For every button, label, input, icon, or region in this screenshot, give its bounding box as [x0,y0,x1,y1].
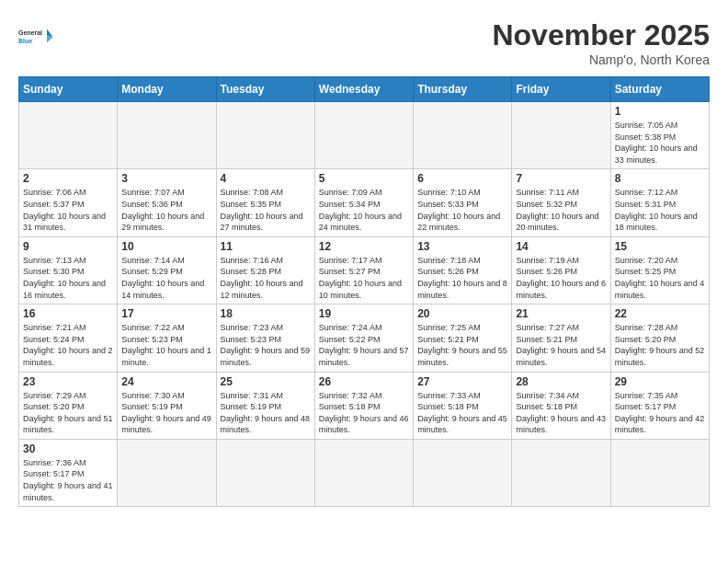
week-row-3: 9 Sunrise: 7:13 AM Sunset: 5:30 PM Dayli… [19,236,710,304]
day-6: 6 Sunrise: 7:10 AM Sunset: 5:33 PM Dayli… [414,169,512,236]
day-18: 18 Sunrise: 7:23 AM Sunset: 5:23 PM Dayl… [216,304,314,372]
logo-icon: GeneralBlue [18,18,55,55]
day-2: 2 Sunrise: 7:06 AM Sunset: 5:37 PM Dayli… [19,169,118,236]
weekday-header-row: Sunday Monday Tuesday Wednesday Thursday… [19,77,710,102]
day-21: 21 Sunrise: 7:27 AM Sunset: 5:21 PM Dayl… [512,304,610,372]
week-row-6: 30 Sunrise: 7:36 AM Sunset: 5:17 PM Dayl… [19,439,710,506]
day-25: 25 Sunrise: 7:31 AM Sunset: 5:19 PM Dayl… [216,372,314,439]
day-24: 24 Sunrise: 7:30 AM Sunset: 5:19 PM Dayl… [118,372,216,439]
week-row-5: 23 Sunrise: 7:29 AM Sunset: 5:20 PM Dayl… [19,372,710,439]
header-sunday: Sunday [19,77,118,102]
header-saturday: Saturday [610,77,709,102]
day-26: 26 Sunrise: 7:32 AM Sunset: 5:18 PM Dayl… [314,372,413,439]
day-19: 19 Sunrise: 7:24 AM Sunset: 5:22 PM Dayl… [314,304,413,372]
empty-cell [414,439,512,506]
location: Namp'o, North Korea [492,52,710,67]
day-10: 10 Sunrise: 7:14 AM Sunset: 5:29 PM Dayl… [118,236,216,304]
day-4: 4 Sunrise: 7:08 AM Sunset: 5:35 PM Dayli… [216,169,314,236]
day-27: 27 Sunrise: 7:33 AM Sunset: 5:18 PM Dayl… [414,372,512,439]
svg-marker-2 [47,29,53,38]
header-friday: Friday [512,77,610,102]
week-row-2: 2 Sunrise: 7:06 AM Sunset: 5:37 PM Dayli… [19,169,710,236]
header-tuesday: Tuesday [216,77,314,102]
empty-cell [19,102,118,169]
day-8: 8 Sunrise: 7:12 AM Sunset: 5:31 PM Dayli… [610,169,709,236]
empty-cell [314,102,413,169]
empty-cell [512,439,610,506]
day-15: 15 Sunrise: 7:20 AM Sunset: 5:25 PM Dayl… [610,236,709,304]
day-11: 11 Sunrise: 7:16 AM Sunset: 5:28 PM Dayl… [216,236,314,304]
empty-cell [216,102,314,169]
empty-cell [118,102,216,169]
day-7: 7 Sunrise: 7:11 AM Sunset: 5:32 PM Dayli… [512,169,610,236]
svg-text:General: General [18,29,42,36]
day-28: 28 Sunrise: 7:34 AM Sunset: 5:18 PM Dayl… [512,372,610,439]
header-thursday: Thursday [414,77,512,102]
day-14: 14 Sunrise: 7:19 AM Sunset: 5:26 PM Dayl… [512,236,610,304]
header-wednesday: Wednesday [314,77,413,102]
day-1: 1 Sunrise: 7:05 AM Sunset: 5:38 PM Dayli… [610,102,709,169]
empty-cell [610,439,709,506]
day-20: 20 Sunrise: 7:25 AM Sunset: 5:21 PM Dayl… [414,304,512,372]
empty-cell [414,102,512,169]
day-3: 3 Sunrise: 7:07 AM Sunset: 5:36 PM Dayli… [118,169,216,236]
empty-cell [512,102,610,169]
empty-cell [216,439,314,506]
day-22: 22 Sunrise: 7:28 AM Sunset: 5:20 PM Dayl… [610,304,709,372]
day-5: 5 Sunrise: 7:09 AM Sunset: 5:34 PM Dayli… [314,169,413,236]
day-23: 23 Sunrise: 7:29 AM Sunset: 5:20 PM Dayl… [19,372,118,439]
page-header: GeneralBlue November 2025 Namp'o, North … [18,18,710,67]
month-title: November 2025 [492,18,710,52]
calendar-table: Sunday Monday Tuesday Wednesday Thursday… [18,76,710,507]
week-row-4: 16 Sunrise: 7:21 AM Sunset: 5:24 PM Dayl… [19,304,710,372]
day-9: 9 Sunrise: 7:13 AM Sunset: 5:30 PM Dayli… [19,236,118,304]
day-17: 17 Sunrise: 7:22 AM Sunset: 5:23 PM Dayl… [118,304,216,372]
svg-text:Blue: Blue [18,38,32,44]
empty-cell [314,439,413,506]
day-30: 30 Sunrise: 7:36 AM Sunset: 5:17 PM Dayl… [19,439,118,506]
day-13: 13 Sunrise: 7:18 AM Sunset: 5:26 PM Dayl… [414,236,512,304]
title-block: November 2025 Namp'o, North Korea [492,18,710,67]
day-12: 12 Sunrise: 7:17 AM Sunset: 5:27 PM Dayl… [314,236,413,304]
week-row-1: 1 Sunrise: 7:05 AM Sunset: 5:38 PM Dayli… [19,102,710,169]
header-monday: Monday [118,77,216,102]
logo: GeneralBlue [18,18,55,55]
day-16: 16 Sunrise: 7:21 AM Sunset: 5:24 PM Dayl… [19,304,118,372]
empty-cell [118,439,216,506]
day-29: 29 Sunrise: 7:35 AM Sunset: 5:17 PM Dayl… [610,372,709,439]
